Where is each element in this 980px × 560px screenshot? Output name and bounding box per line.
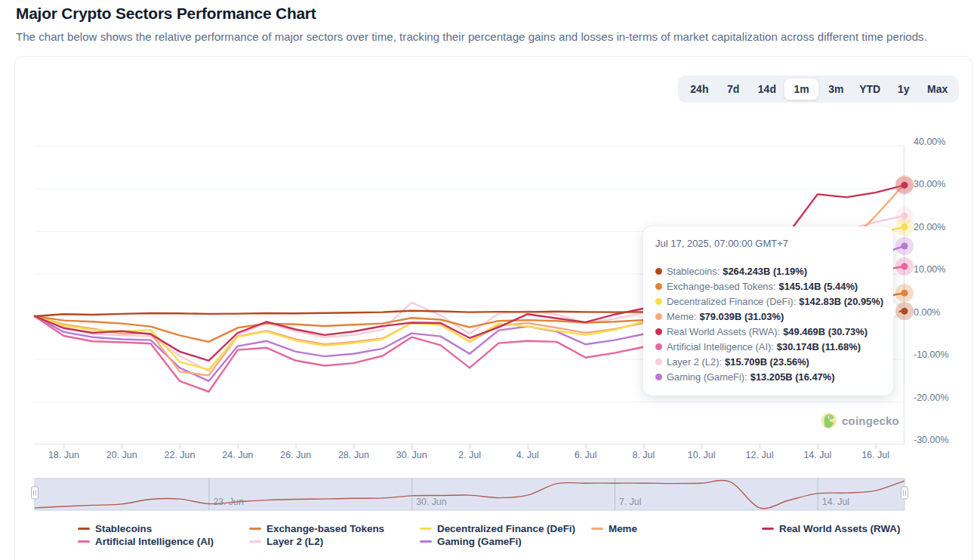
- legend-item-artificial-intelligence-ai[interactable]: Artificial Intelligence (AI): [78, 536, 214, 547]
- tooltip-dot-decentralized-finance-defi: [655, 298, 662, 305]
- legend-label: Exchange-based Tokens: [267, 523, 384, 534]
- tooltip-label: Artificial Intelligence (AI):: [667, 341, 774, 352]
- tooltip-row-layer-2-l2: Layer 2 (L2):$15.709B (23.56%): [655, 354, 809, 369]
- legend-item-layer-2-l2[interactable]: Layer 2 (L2): [249, 536, 323, 547]
- legend-marker-stablecoins: [78, 528, 90, 530]
- chart-tooltip: Jul 17, 2025, 07:00:00 GMT+7 Stablecoins…: [643, 226, 893, 395]
- legend-marker-real-world-assets-rwa: [762, 528, 774, 530]
- tooltip-label: Decentralized Finance (DeFi):: [667, 296, 796, 307]
- range-button-3m[interactable]: 3m: [819, 75, 853, 103]
- legend-marker-layer-2-l2: [249, 540, 261, 543]
- range-button-7d[interactable]: 7d: [717, 75, 750, 103]
- range-button-ytd[interactable]: YTD: [853, 75, 887, 103]
- legend-item-meme[interactable]: Meme: [591, 523, 637, 534]
- legend-item-real-world-assets-rwa[interactable]: Real World Assets (RWA): [762, 523, 900, 534]
- tooltip-value: $30.174B (11.68%): [777, 341, 861, 352]
- tooltip-label: Gaming (GameFi):: [667, 371, 747, 383]
- coingecko-watermark: coingecko: [821, 411, 899, 429]
- watermark-text: coingecko: [842, 414, 899, 427]
- tooltip-row-gaming-gamefi: Gaming (GameFi):$13.205B (16.47%): [655, 369, 835, 384]
- tooltip-header: Jul 17, 2025, 07:00:00 GMT+7: [655, 238, 788, 249]
- range-button-max[interactable]: Max: [920, 75, 954, 103]
- legend-marker-artificial-intelligence-ai: [78, 540, 90, 543]
- legend-marker-exchange-based-tokens: [249, 528, 261, 530]
- tooltip-row-real-world-assets-rwa: Real World Assets (RWA):$49.469B (30.73%…: [655, 324, 868, 339]
- legend-item-gaming-gamefi[interactable]: Gaming (GameFi): [420, 536, 522, 547]
- legend-label: Layer 2 (L2): [267, 536, 323, 547]
- page-subtitle: The chart below shows the relative perfo…: [16, 30, 927, 43]
- tooltip-label: Meme:: [667, 311, 696, 322]
- page-title: Major Crypto Sectors Performance Chart: [16, 5, 316, 23]
- range-button-24h[interactable]: 24h: [683, 75, 717, 103]
- tooltip-row-meme: Meme:$79.039B (31.03%): [655, 309, 784, 324]
- tooltip-row-artificial-intelligence-ai: Artificial Intelligence (AI):$30.174B (1…: [655, 339, 861, 354]
- tooltip-row-decentralized-finance-defi: Decentralized Finance (DeFi):$142.83B (2…: [655, 294, 883, 309]
- tooltip-dot-stablecoins: [655, 268, 662, 275]
- tooltip-label: Layer 2 (L2):: [667, 356, 722, 368]
- tooltip-dot-gaming-gamefi: [655, 374, 662, 380]
- legend-marker-decentralized-finance-defi: [420, 528, 432, 530]
- tooltip-value: $13.205B (16.47%): [750, 371, 835, 383]
- legend-item-decentralized-finance-defi[interactable]: Decentralized Finance (DeFi): [420, 523, 575, 534]
- tooltip-row-stablecoins: Stablecoins:$264.243B (1.19%): [655, 263, 807, 278]
- tooltip-value: $264.243B (1.19%): [723, 266, 807, 277]
- tooltip-label: Stablecoins:: [667, 266, 720, 277]
- tooltip-dot-layer-2-l2: [655, 358, 662, 365]
- legend-item-stablecoins[interactable]: Stablecoins: [78, 523, 152, 534]
- range-button-1y[interactable]: 1y: [887, 75, 921, 103]
- range-button-1m[interactable]: 1m: [784, 78, 819, 100]
- tooltip-dot-artificial-intelligence-ai: [655, 343, 662, 350]
- legend-label: Stablecoins: [95, 523, 152, 534]
- page: { "page": { "title": "Major Crypto Secto…: [0, 0, 980, 560]
- tooltip-dot-meme: [655, 313, 662, 320]
- tooltip-value: $49.469B (30.73%): [783, 326, 868, 337]
- tooltip-row-exchange-based-tokens: Exchange-based Tokens:$145.14B (5.44%): [655, 278, 858, 294]
- range-selector: 24h7d14d1m3mYTD1yMax: [678, 75, 959, 103]
- tooltip-value: $145.14B (5.44%): [779, 281, 858, 292]
- coingecko-logo-icon: [821, 412, 837, 429]
- legend-marker-meme: [591, 528, 603, 530]
- tooltip-value: $79.039B (31.03%): [699, 311, 784, 322]
- legend-item-exchange-based-tokens[interactable]: Exchange-based Tokens: [249, 523, 384, 534]
- legend-marker-gaming-gamefi: [420, 540, 432, 543]
- legend-label: Meme: [609, 523, 637, 534]
- legend-label: Real World Assets (RWA): [779, 523, 900, 534]
- legend-label: Artificial Intelligence (AI): [95, 536, 214, 547]
- tooltip-dot-real-world-assets-rwa: [655, 328, 662, 335]
- legend-label: Decentralized Finance (DeFi): [437, 523, 575, 534]
- tooltip-value: $142.83B (20.95%): [799, 296, 883, 307]
- tooltip-label: Real World Assets (RWA):: [667, 326, 780, 337]
- range-button-14d[interactable]: 14d: [750, 75, 784, 103]
- legend-label: Gaming (GameFi): [437, 536, 522, 547]
- tooltip-dot-exchange-based-tokens: [655, 283, 662, 290]
- tooltip-value: $15.709B (23.56%): [725, 356, 809, 368]
- tooltip-label: Exchange-based Tokens:: [667, 281, 776, 292]
